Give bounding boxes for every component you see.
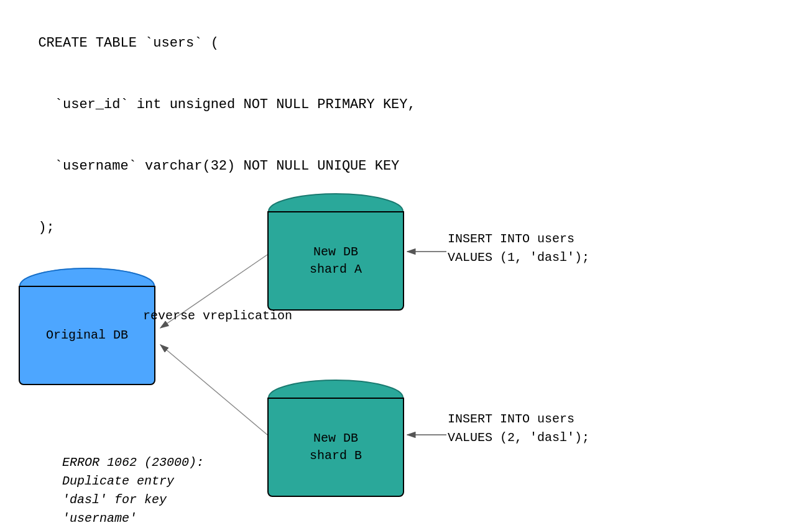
- insert-a-label: INSERT INTO users VALUES (1, 'dasl');: [448, 230, 589, 267]
- shard-b-label: New DBshard B: [310, 430, 362, 465]
- insert-b-label: INSERT INTO users VALUES (2, 'dasl');: [448, 410, 589, 447]
- shard-a-body: New DBshard A: [267, 211, 404, 311]
- original-db: Original DB: [19, 267, 155, 391]
- shard-a: New DBshard A: [267, 193, 404, 317]
- original-db-label: Original DB: [46, 327, 128, 344]
- svg-line-2: [160, 345, 267, 435]
- error-label: ERROR 1062 (23000): Duplicate entry 'das…: [62, 453, 204, 528]
- diagram-area: Original DB New DBshard A New DBshard B: [0, 130, 812, 528]
- reverse-vreplication-label: reverse vreplication: [143, 307, 292, 325]
- code-line1: CREATE TABLE `users` (: [38, 35, 218, 51]
- shard-b: New DBshard B: [267, 379, 404, 503]
- code-line2: `user_id` int unsigned NOT NULL PRIMARY …: [38, 97, 415, 112]
- original-db-body: Original DB: [19, 286, 155, 385]
- shard-a-label: New DBshard A: [310, 244, 362, 278]
- shard-b-body: New DBshard B: [267, 398, 404, 497]
